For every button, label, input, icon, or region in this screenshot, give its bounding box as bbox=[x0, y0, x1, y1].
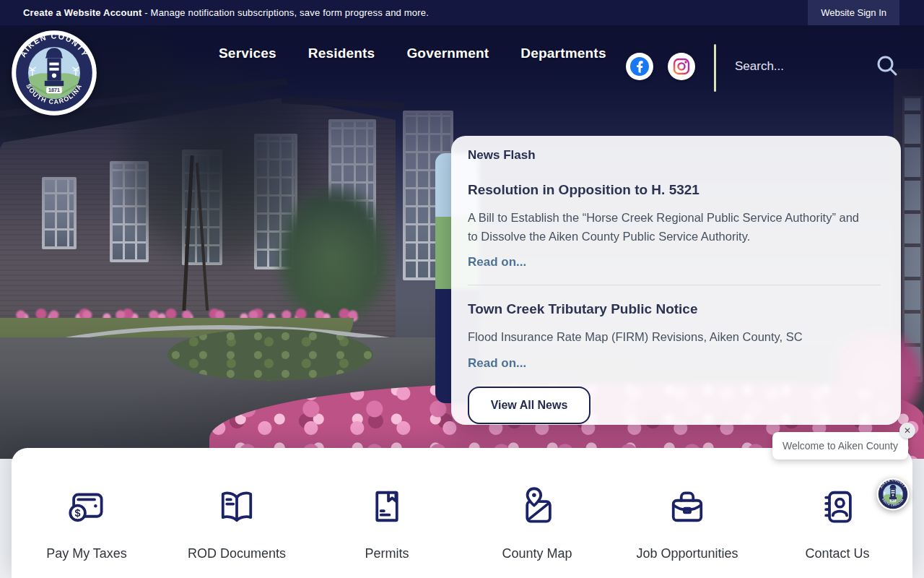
instagram-icon bbox=[672, 57, 691, 76]
quick-link-rod-documents[interactable]: ROD Documents bbox=[162, 483, 312, 578]
quick-link-label: Permits bbox=[365, 546, 409, 561]
instagram-button[interactable] bbox=[668, 53, 695, 80]
quick-link-permits[interactable]: Permits bbox=[312, 483, 462, 578]
main-navigation: Services Residents Government Department… bbox=[219, 46, 606, 61]
news-item: Town Creek Tributary Public Notice Flood… bbox=[468, 301, 881, 371]
nav-item-residents[interactable]: Residents bbox=[308, 46, 375, 61]
briefcase-icon bbox=[663, 483, 711, 530]
county-seal-logo[interactable] bbox=[11, 30, 97, 116]
contact-book-icon bbox=[814, 483, 861, 530]
chat-widget-button[interactable] bbox=[876, 478, 910, 511]
news-flash-title: News Flash bbox=[468, 148, 881, 163]
hero-planting-island bbox=[167, 329, 373, 381]
page: Create a Website Account - Manage notifi… bbox=[0, 0, 924, 578]
promo-description: - Manage notification subscriptions, sav… bbox=[141, 7, 429, 18]
hero-window bbox=[42, 177, 77, 249]
open-book-icon bbox=[213, 483, 261, 530]
document-icon bbox=[363, 483, 411, 530]
top-utility-bar: Create a Website Account - Manage notifi… bbox=[0, 0, 924, 25]
quick-link-county-map[interactable]: County Map bbox=[462, 483, 612, 578]
quick-link-label: ROD Documents bbox=[188, 546, 286, 561]
quick-links-panel: $ Pay My Taxes ROD Documents Permits bbox=[12, 448, 912, 578]
news-item-heading[interactable]: Town Creek Tributary Public Notice bbox=[468, 301, 881, 317]
view-all-news-button[interactable]: View All News bbox=[468, 387, 590, 424]
quick-link-job-opportunities[interactable]: Job Opportunities bbox=[612, 483, 762, 578]
read-on-link[interactable]: Read on... bbox=[468, 356, 526, 371]
dollar-glyph: $ bbox=[75, 507, 81, 519]
news-item-body: A Bill to Establish the “Horse Creek Reg… bbox=[468, 209, 872, 246]
website-sign-in-button[interactable]: Website Sign In bbox=[808, 0, 899, 25]
account-promo-text[interactable]: Create a Website Account - Manage notifi… bbox=[23, 7, 429, 18]
header-divider bbox=[714, 44, 716, 92]
read-on-link[interactable]: Read on... bbox=[468, 255, 526, 269]
chat-welcome-tooltip: Welcome to Aiken County bbox=[772, 432, 908, 460]
close-icon[interactable]: ✕ bbox=[899, 423, 915, 439]
quick-link-label: Pay My Taxes bbox=[46, 546, 127, 561]
news-item-body: Flood Insurance Rate Map (FIRM) Revision… bbox=[468, 328, 872, 347]
create-account-link[interactable]: Create a Website Account bbox=[23, 7, 141, 18]
search-button[interactable] bbox=[875, 53, 899, 80]
facebook-button[interactable] bbox=[626, 53, 653, 80]
quick-link-pay-my-taxes[interactable]: $ Pay My Taxes bbox=[12, 483, 162, 578]
news-divider bbox=[468, 285, 881, 285]
map-pin-icon bbox=[513, 483, 561, 530]
search-icon bbox=[875, 53, 899, 78]
news-item: Resolution in Opposition to H. 5321 A Bi… bbox=[468, 182, 881, 269]
nav-item-government[interactable]: Government bbox=[406, 46, 489, 61]
search-input[interactable] bbox=[735, 59, 856, 74]
quick-link-label: County Map bbox=[502, 546, 572, 561]
wallet-icon: $ bbox=[63, 483, 110, 530]
nav-item-services[interactable]: Services bbox=[219, 46, 276, 61]
quick-link-label: Contact Us bbox=[805, 546, 869, 561]
nav-item-departments[interactable]: Departments bbox=[520, 46, 606, 61]
news-flash-card: News Flash Resolution in Opposition to H… bbox=[451, 136, 901, 425]
news-item-heading[interactable]: Resolution in Opposition to H. 5321 bbox=[468, 182, 881, 198]
facebook-icon bbox=[629, 56, 650, 77]
quick-link-label: Job Opportunities bbox=[636, 546, 738, 561]
header-utilities bbox=[626, 43, 899, 90]
